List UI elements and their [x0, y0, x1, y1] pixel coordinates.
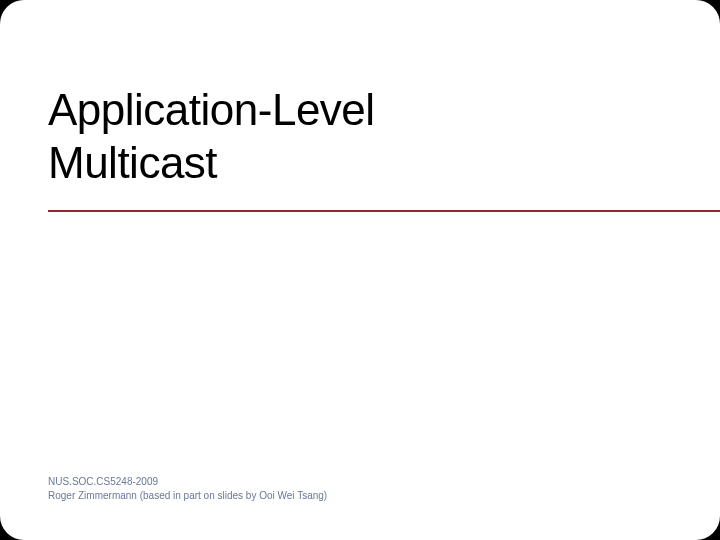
slide-container: Application-Level Multicast NUS.SOC.CS52…: [0, 0, 720, 540]
footer-course-id: NUS.SOC.CS5248-2009: [48, 475, 327, 489]
horizontal-rule: [48, 210, 720, 212]
title-line-1: Application-Level: [48, 85, 375, 134]
footer-attribution: Roger Zimmermann (based in part on slide…: [48, 489, 327, 503]
slide-footer: NUS.SOC.CS5248-2009 Roger Zimmermann (ba…: [48, 475, 327, 502]
title-line-2: Multicast: [48, 138, 217, 187]
slide-title: Application-Level Multicast: [48, 84, 375, 190]
